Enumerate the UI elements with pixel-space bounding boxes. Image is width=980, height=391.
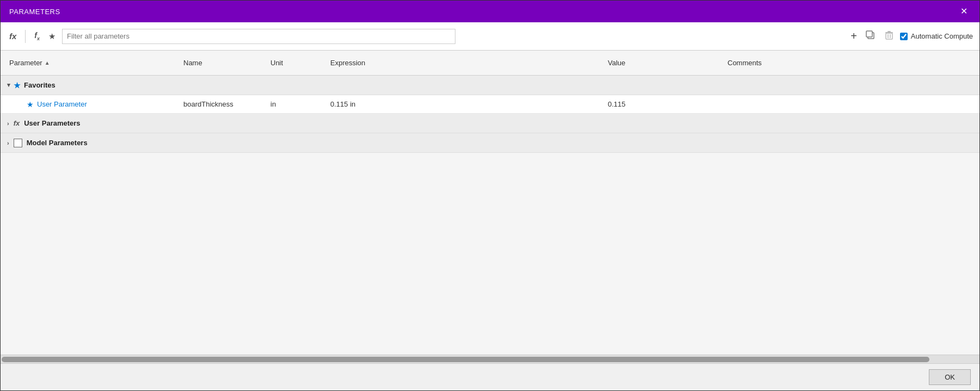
- title-bar: PARAMETERS ✕: [1, 1, 979, 22]
- user-parameters-group-label: › fx User Parameters: [7, 119, 181, 127]
- filter-input[interactable]: [62, 29, 455, 44]
- table-row[interactable]: ★ User Parameter boardThickness in 0.115…: [1, 95, 979, 114]
- add-parameter-button[interactable]: +: [848, 28, 860, 44]
- row-star-icon: ★: [27, 100, 34, 109]
- col-header-name: Name: [181, 59, 268, 67]
- delete-parameter-button[interactable]: [882, 29, 897, 44]
- footer: OK: [1, 363, 979, 390]
- ok-button[interactable]: OK: [929, 369, 971, 385]
- model-parameters-group-row[interactable]: › Model Parameters: [1, 133, 979, 153]
- user-parameters-fx-icon: fx: [14, 119, 20, 127]
- toolbar-divider: [25, 30, 26, 43]
- param-expression-cell: 0.115 in: [328, 100, 606, 108]
- close-button[interactable]: ✕: [957, 5, 971, 18]
- col-header-value: Value: [606, 59, 725, 67]
- model-parameters-label: Model Parameters: [27, 139, 88, 147]
- favorites-star-icon: ★: [14, 81, 21, 90]
- svg-rect-1: [866, 31, 872, 37]
- sort-arrow-icon: ▲: [45, 60, 50, 66]
- model-parameters-group-label: › Model Parameters: [7, 139, 181, 147]
- scrollbar-thumb[interactable]: [2, 357, 929, 362]
- content-area: Parameter ▲ Name Unit Expression Value C…: [1, 51, 979, 363]
- user-parameters-label: User Parameters: [24, 119, 80, 127]
- user-parameters-expand-icon[interactable]: ›: [7, 120, 9, 127]
- param-cell-label: ★ User Parameter: [7, 100, 181, 109]
- auto-compute-text: Automatic Compute: [911, 32, 973, 40]
- dialog-title: PARAMETERS: [9, 8, 60, 16]
- param-value-cell: 0.115: [606, 100, 725, 108]
- model-parameters-cube-icon: [14, 139, 22, 147]
- auto-compute-label[interactable]: Automatic Compute: [900, 32, 973, 40]
- horizontal-scrollbar[interactable]: [1, 355, 979, 363]
- param-type-label: User Parameter: [37, 100, 87, 108]
- toolbar-actions: + Automatic Compute: [848, 28, 973, 44]
- toolbar: fx fx ★ +: [1, 22, 979, 51]
- table-header: Parameter ▲ Name Unit Expression Value C…: [1, 51, 979, 76]
- model-parameters-expand-icon[interactable]: ›: [7, 140, 9, 146]
- favorites-expand-icon[interactable]: ▾: [7, 82, 10, 89]
- parameters-dialog: PARAMETERS ✕ fx fx ★ +: [0, 0, 980, 391]
- favorites-label: Favorites: [24, 81, 56, 89]
- col-header-expression: Expression: [328, 59, 606, 67]
- col-header-unit: Unit: [268, 59, 328, 67]
- copy-parameter-button[interactable]: [863, 29, 878, 44]
- fx-icon[interactable]: fx: [7, 29, 19, 43]
- svg-rect-4: [886, 33, 892, 39]
- param-name-cell: boardThickness: [181, 100, 268, 108]
- table-body: ▾ ★ Favorites ★ User Parameter boardThic…: [1, 76, 979, 355]
- user-parameters-group-row[interactable]: › fx User Parameters: [1, 114, 979, 133]
- col-header-parameter: Parameter ▲: [7, 59, 181, 67]
- fx-user-icon[interactable]: fx: [32, 29, 42, 44]
- favorites-group-label: ▾ ★ Favorites: [7, 81, 181, 90]
- col-header-comments: Comments: [725, 59, 973, 67]
- star-favorites-icon[interactable]: ★: [46, 29, 58, 44]
- svg-rect-2: [887, 31, 891, 32]
- param-unit-cell: in: [268, 100, 328, 108]
- favorites-group-row[interactable]: ▾ ★ Favorites: [1, 76, 979, 95]
- auto-compute-checkbox[interactable]: [900, 33, 908, 40]
